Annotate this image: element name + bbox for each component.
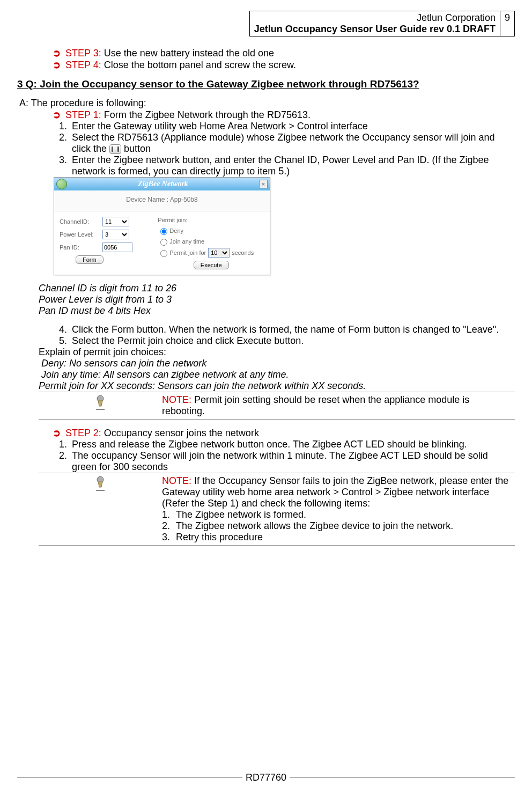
pan-id-input[interactable] <box>102 243 132 252</box>
step-3-line: ➲ STEP 3: Use the new battery instead th… <box>17 47 515 59</box>
note-label: NOTE: <box>162 394 191 405</box>
note-pan-id: Pan ID must be 4 bits Hex <box>39 305 515 317</box>
join-any-time-radio[interactable] <box>160 239 167 246</box>
list-item-text: The Zigbee network allows the Zigbee dev… <box>176 520 453 531</box>
list-item-text: Click the Form button. When the network … <box>72 324 499 335</box>
step-4-text: Close the bottom panel and screw the scr… <box>104 60 296 70</box>
step-2-label: STEP 2: <box>65 428 101 438</box>
note-box-2: NOTE: If the Occupancy Sensor fails to j… <box>39 473 515 546</box>
list-item: Enter the Gateway utility web Home Area … <box>70 121 515 132</box>
dialog-device-name: Device Name : App-50b8 <box>54 190 270 211</box>
pan-id-row: Pan ID: <box>60 243 158 252</box>
step-4-line: ➲ STEP 4: Close the bottom panel and scr… <box>17 59 515 71</box>
list-item: Select the RD75613 (Appliance module) wh… <box>70 132 515 155</box>
list-item-text: Enter the Zigbee network button, and ent… <box>72 155 489 177</box>
step2-numbered-list: Press and release the Zigbee network but… <box>53 439 515 473</box>
execute-button[interactable]: Execute <box>194 261 229 269</box>
dialog-right-column: Permit join: Deny Join any time Permit j… <box>158 217 264 269</box>
permit-join-label-row: Permit join: <box>158 217 264 223</box>
arrow-icon: ➲ <box>53 428 61 438</box>
list-item-text: The Zigbee network is formed. <box>176 509 306 520</box>
permit-for-radio[interactable] <box>160 250 167 257</box>
note-sublist: The Zigbee network is formed. The Zigbee… <box>162 509 513 543</box>
step-3-label: STEP 3: <box>65 48 101 58</box>
explain-intro: Explain of permit join choices: <box>39 347 515 358</box>
pan-id-label: Pan ID: <box>60 244 102 251</box>
note-power-level: Power Lever is digit from 1 to 3 <box>39 294 515 305</box>
dialog-close-button[interactable]: × <box>259 180 268 188</box>
form-button-row: Form <box>60 255 158 264</box>
device-name-label: Device Name : <box>126 196 169 203</box>
step-2-line: ➲ STEP 2: Occupancy sensor joins the net… <box>17 427 515 439</box>
step1-numbered-list-a: Enter the Gateway utility web Home Area … <box>53 121 515 177</box>
page-header: Jetlun Corporation Jetlun Occupancy Sens… <box>17 11 515 36</box>
permit-seconds-select[interactable]: 10 <box>208 248 230 258</box>
toolbar-icon <box>109 144 121 154</box>
explain-block: Explain of permit join choices: Deny: No… <box>39 347 515 392</box>
note-text-cell: NOTE: Permit join setting should be rese… <box>162 393 515 418</box>
explain-deny-text: Deny: No sensors can join the network <box>41 358 206 369</box>
header-doc-title: Jetlun Occupancy Sensor User Guide rev 0… <box>254 24 496 35</box>
list-item-text: Press and release the Zigbee network but… <box>72 439 467 450</box>
list-item: Click the Form button. When the network … <box>70 324 515 335</box>
step-3-text: Use the new battery instead the old one <box>104 48 274 58</box>
list-item-text: Retry this procedure <box>176 532 263 542</box>
step-4-label: STEP 4: <box>65 60 101 70</box>
dialog-titlebar: ZigBee Network × <box>54 178 270 190</box>
step-1-line: ➲ STEP 1: Form the Zigbee Network throug… <box>17 109 515 121</box>
arrow-icon: ➲ <box>53 109 61 120</box>
channel-id-select[interactable]: 11 <box>102 217 129 226</box>
permit-for-radio-row: Permit join for 10 seconds <box>158 248 264 258</box>
list-item: Enter the Zigbee network button, and ent… <box>70 155 515 177</box>
note-text-cell: NOTE: If the Occupancy Sensor fails to j… <box>162 474 515 544</box>
execute-button-row: Execute <box>158 261 264 269</box>
page-footer: RD77760 <box>0 772 532 783</box>
join-any-time-radio-row: Join any time <box>158 237 264 246</box>
note-box-1: NOTE: Permit join setting should be rese… <box>39 392 515 420</box>
list-item-text: The occupancy Sensor will join the netwo… <box>72 450 488 472</box>
deny-radio-row: Deny <box>158 226 264 235</box>
channel-id-row: ChannelID: 11 <box>60 217 158 226</box>
footer-doc-id: RD77760 <box>242 772 290 783</box>
question-3-heading: 3 Q: Join the Occupancy sensor to the Ga… <box>17 78 515 90</box>
form-button[interactable]: Form <box>76 255 104 264</box>
power-level-row: Power Level: 3 <box>60 230 158 239</box>
permit-join-label: Permit join: <box>158 217 187 223</box>
note-text: Permit join setting should be reset when… <box>162 394 469 416</box>
step1-numbered-list-b: Click the Form button. When the network … <box>53 324 515 347</box>
page-number: 9 <box>500 11 514 36</box>
explain-deny: Deny: No sensors can join the network <box>39 358 515 369</box>
list-item: The Zigbee network allows the Zigbee dev… <box>173 520 513 532</box>
device-name-value: App-50b8 <box>170 196 198 203</box>
header-title-cell: Jetlun Corporation Jetlun Occupancy Sens… <box>249 11 500 36</box>
dialog-left-column: ChannelID: 11 Power Level: 3 Pan ID: For… <box>60 217 158 269</box>
zigbee-dialog: ZigBee Network × Device Name : App-50b8 … <box>54 177 270 275</box>
channel-id-label: ChannelID: <box>60 218 102 225</box>
power-level-label: Power Level: <box>60 231 102 238</box>
step-2-text: Occupancy sensor joins the network <box>104 428 259 438</box>
dialog-body: ChannelID: 11 Power Level: 3 Pan ID: For… <box>54 211 270 275</box>
arrow-icon: ➲ <box>53 48 61 58</box>
note-pushpin-icon <box>93 394 108 415</box>
list-item: Select the Permit join choice and click … <box>70 335 515 347</box>
deny-label: Deny <box>169 227 183 234</box>
permit-for-post: seconds <box>232 249 254 256</box>
arrow-icon: ➲ <box>53 60 61 70</box>
note-intro: If the Occupancy Sensor fails to join th… <box>162 475 508 509</box>
list-item: The occupancy Sensor will join the netwo… <box>70 450 515 473</box>
deny-radio[interactable] <box>160 228 167 235</box>
list-item: Retry this procedure <box>173 532 513 543</box>
explain-any-text: Join any time: All sensors can zigbee ne… <box>41 369 289 380</box>
join-any-time-label: Join any time <box>169 238 204 245</box>
list-item-text: Enter the Gateway utility web Home Area … <box>72 121 368 131</box>
answer-intro: A: The procedure is following: <box>17 98 515 109</box>
note-channel-id: Channel ID is digit from 11 to 26 <box>39 283 515 294</box>
list-item: The Zigbee network is formed. <box>173 509 513 520</box>
list-item-text-post: button <box>124 143 151 154</box>
note-icon-cell <box>39 393 162 418</box>
power-level-select[interactable]: 3 <box>102 230 129 239</box>
step-1-label: STEP 1: <box>65 109 101 120</box>
channel-notes: Channel ID is digit from 11 to 26 Power … <box>39 283 515 317</box>
zigbee-globe-icon <box>56 179 67 189</box>
dialog-title: ZigBee Network <box>67 180 259 188</box>
